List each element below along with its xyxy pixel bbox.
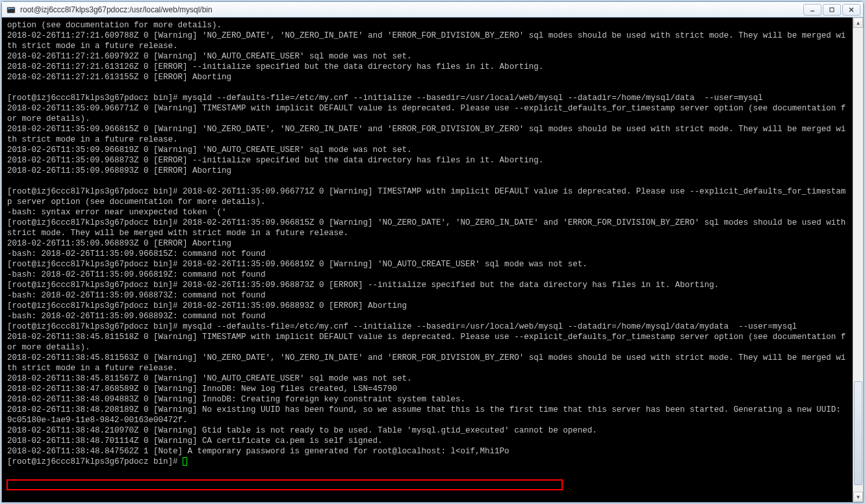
terminal-area: option (see documentation for more detai… <box>2 18 863 502</box>
terminal-cursor <box>183 457 187 466</box>
maximize-button[interactable] <box>823 4 841 16</box>
svg-rect-3 <box>830 8 834 12</box>
app-icon <box>6 5 16 15</box>
window-title: root@izj6ccc8l7klps3g67pdocz:/usr/local/… <box>20 5 803 14</box>
svg-rect-1 <box>8 8 14 9</box>
scroll-up-button[interactable]: ▲ <box>853 18 863 28</box>
titlebar[interactable]: root@izj6ccc8l7klps3g67pdocz:/usr/local/… <box>2 2 863 18</box>
terminal-output[interactable]: option (see documentation for more detai… <box>2 18 853 502</box>
window-controls <box>803 4 860 16</box>
terminal-window: root@izj6ccc8l7klps3g67pdocz:/usr/local/… <box>1 1 864 503</box>
close-button[interactable] <box>842 4 860 16</box>
scroll-thumb[interactable] <box>854 381 862 485</box>
scroll-down-button[interactable]: ▼ <box>853 492 863 502</box>
minimize-button[interactable] <box>803 4 821 16</box>
scrollbar[interactable]: ▲ ▼ <box>853 18 863 502</box>
